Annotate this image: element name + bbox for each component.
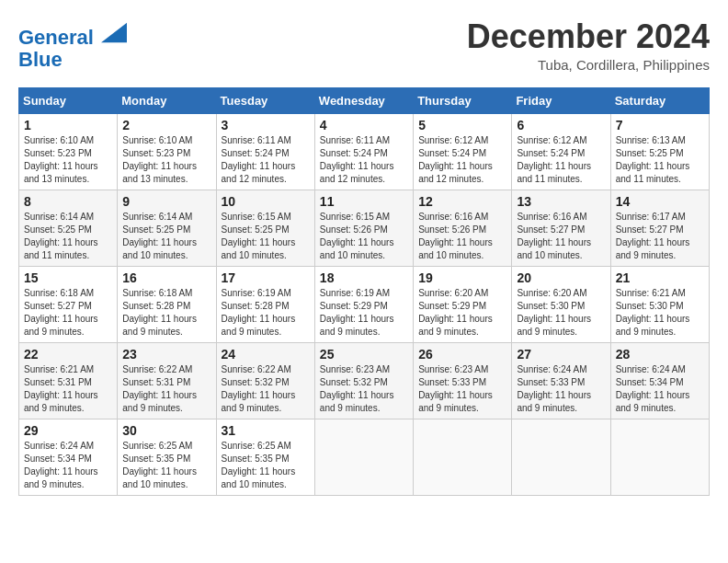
calendar-week-row: 1Sunrise: 6:10 AMSunset: 5:23 PMDaylight… (19, 113, 710, 190)
weekday-header-saturday: Saturday (610, 87, 709, 113)
day-info: Sunrise: 6:14 AMSunset: 5:25 PMDaylight:… (24, 211, 112, 262)
day-info: Sunrise: 6:14 AMSunset: 5:25 PMDaylight:… (122, 211, 210, 262)
day-number: 29 (24, 423, 112, 438)
svg-marker-0 (101, 23, 127, 42)
calendar-cell: 2Sunrise: 6:10 AMSunset: 5:23 PMDaylight… (118, 113, 216, 190)
day-info: Sunrise: 6:16 AMSunset: 5:27 PMDaylight:… (517, 211, 605, 262)
logo-text-blue: Blue (18, 48, 63, 71)
calendar-cell: 25Sunrise: 6:23 AMSunset: 5:32 PMDayligh… (314, 342, 413, 419)
month-title: December 2024 (467, 18, 710, 55)
day-info: Sunrise: 6:21 AMSunset: 5:30 PMDaylight:… (616, 287, 704, 339)
day-number: 24 (222, 347, 310, 362)
day-info: Sunrise: 6:10 AMSunset: 5:23 PMDaylight:… (122, 134, 210, 186)
calendar-cell: 8Sunrise: 6:14 AMSunset: 5:25 PMDaylight… (19, 190, 118, 266)
weekday-header-sunday: Sunday (19, 87, 118, 113)
calendar-cell (512, 419, 610, 495)
day-number: 23 (122, 347, 210, 362)
day-number: 10 (222, 194, 310, 209)
logo-text-general: General (18, 26, 94, 49)
day-number: 7 (616, 118, 704, 132)
calendar-cell: 13Sunrise: 6:16 AMSunset: 5:27 PMDayligh… (512, 190, 610, 266)
title-block: December 2024 Tuba, Cordillera, Philippi… (467, 18, 710, 73)
calendar-cell: 7Sunrise: 6:13 AMSunset: 5:25 PMDaylight… (610, 113, 709, 190)
logo: General Blue (18, 18, 127, 71)
day-info: Sunrise: 6:12 AMSunset: 5:24 PMDaylight:… (517, 134, 605, 186)
day-number: 19 (418, 270, 506, 285)
calendar-cell: 20Sunrise: 6:20 AMSunset: 5:30 PMDayligh… (512, 266, 610, 342)
day-number: 13 (517, 194, 605, 209)
day-number: 18 (320, 270, 408, 285)
calendar-week-row: 15Sunrise: 6:18 AMSunset: 5:27 PMDayligh… (19, 266, 710, 342)
day-info: Sunrise: 6:25 AMSunset: 5:35 PMDaylight:… (222, 440, 310, 491)
calendar-cell: 1Sunrise: 6:10 AMSunset: 5:23 PMDaylight… (19, 113, 118, 190)
day-number: 28 (616, 347, 704, 362)
day-number: 30 (122, 423, 210, 438)
page-header: General Blue December 2024 Tuba, Cordill… (18, 18, 710, 73)
day-number: 11 (320, 194, 408, 209)
calendar-cell: 12Sunrise: 6:16 AMSunset: 5:26 PMDayligh… (414, 190, 512, 266)
day-number: 25 (320, 347, 408, 362)
day-info: Sunrise: 6:11 AMSunset: 5:24 PMDaylight:… (222, 134, 310, 186)
calendar-cell: 18Sunrise: 6:19 AMSunset: 5:29 PMDayligh… (314, 266, 413, 342)
day-info: Sunrise: 6:24 AMSunset: 5:34 PMDaylight:… (24, 440, 112, 491)
day-number: 2 (122, 118, 210, 132)
calendar-cell: 22Sunrise: 6:21 AMSunset: 5:31 PMDayligh… (19, 342, 118, 419)
day-number: 20 (517, 270, 605, 285)
calendar-cell: 31Sunrise: 6:25 AMSunset: 5:35 PMDayligh… (216, 419, 314, 495)
calendar-cell: 11Sunrise: 6:15 AMSunset: 5:26 PMDayligh… (314, 190, 413, 266)
calendar-week-row: 22Sunrise: 6:21 AMSunset: 5:31 PMDayligh… (19, 342, 710, 419)
calendar-cell (314, 419, 413, 495)
day-number: 9 (122, 194, 210, 209)
day-info: Sunrise: 6:25 AMSunset: 5:35 PMDaylight:… (122, 440, 210, 491)
day-info: Sunrise: 6:24 AMSunset: 5:34 PMDaylight:… (616, 363, 704, 415)
day-number: 21 (616, 270, 704, 285)
calendar-cell: 15Sunrise: 6:18 AMSunset: 5:27 PMDayligh… (19, 266, 118, 342)
day-info: Sunrise: 6:22 AMSunset: 5:31 PMDaylight:… (122, 363, 210, 415)
day-number: 8 (24, 194, 112, 209)
day-info: Sunrise: 6:19 AMSunset: 5:29 PMDaylight:… (320, 287, 408, 339)
day-info: Sunrise: 6:20 AMSunset: 5:29 PMDaylight:… (418, 287, 506, 339)
day-number: 5 (418, 118, 506, 132)
location: Tuba, Cordillera, Philippines (467, 57, 710, 73)
weekday-header-tuesday: Tuesday (216, 87, 314, 113)
day-info: Sunrise: 6:23 AMSunset: 5:33 PMDaylight:… (418, 363, 506, 415)
calendar-week-row: 29Sunrise: 6:24 AMSunset: 5:34 PMDayligh… (19, 419, 710, 495)
calendar-cell: 27Sunrise: 6:24 AMSunset: 5:33 PMDayligh… (512, 342, 610, 419)
calendar-cell: 16Sunrise: 6:18 AMSunset: 5:28 PMDayligh… (118, 266, 216, 342)
day-number: 1 (24, 118, 112, 132)
weekday-header-monday: Monday (118, 87, 216, 113)
day-info: Sunrise: 6:13 AMSunset: 5:25 PMDaylight:… (616, 134, 704, 186)
calendar-cell: 6Sunrise: 6:12 AMSunset: 5:24 PMDaylight… (512, 113, 610, 190)
day-info: Sunrise: 6:16 AMSunset: 5:26 PMDaylight:… (418, 211, 506, 262)
day-info: Sunrise: 6:20 AMSunset: 5:30 PMDaylight:… (517, 287, 605, 339)
day-number: 17 (222, 270, 310, 285)
calendar-cell: 14Sunrise: 6:17 AMSunset: 5:27 PMDayligh… (610, 190, 709, 266)
day-info: Sunrise: 6:22 AMSunset: 5:32 PMDaylight:… (222, 363, 310, 415)
calendar-cell: 23Sunrise: 6:22 AMSunset: 5:31 PMDayligh… (118, 342, 216, 419)
weekday-header-thursday: Thursday (414, 87, 512, 113)
day-info: Sunrise: 6:18 AMSunset: 5:28 PMDaylight:… (122, 287, 210, 339)
calendar-cell: 30Sunrise: 6:25 AMSunset: 5:35 PMDayligh… (118, 419, 216, 495)
calendar-cell: 21Sunrise: 6:21 AMSunset: 5:30 PMDayligh… (610, 266, 709, 342)
day-info: Sunrise: 6:19 AMSunset: 5:28 PMDaylight:… (222, 287, 310, 339)
weekday-header-row: SundayMondayTuesdayWednesdayThursdayFrid… (19, 87, 710, 113)
day-number: 4 (320, 118, 408, 132)
day-number: 14 (616, 194, 704, 209)
day-info: Sunrise: 6:18 AMSunset: 5:27 PMDaylight:… (24, 287, 112, 339)
day-info: Sunrise: 6:15 AMSunset: 5:26 PMDaylight:… (320, 211, 408, 262)
day-number: 26 (418, 347, 506, 362)
calendar-week-row: 8Sunrise: 6:14 AMSunset: 5:25 PMDaylight… (19, 190, 710, 266)
calendar-cell (414, 419, 512, 495)
calendar-cell: 9Sunrise: 6:14 AMSunset: 5:25 PMDaylight… (118, 190, 216, 266)
calendar-cell (610, 419, 709, 495)
calendar-cell: 26Sunrise: 6:23 AMSunset: 5:33 PMDayligh… (414, 342, 512, 419)
day-info: Sunrise: 6:11 AMSunset: 5:24 PMDaylight:… (320, 134, 408, 186)
calendar-cell: 28Sunrise: 6:24 AMSunset: 5:34 PMDayligh… (610, 342, 709, 419)
day-number: 31 (222, 423, 310, 438)
day-info: Sunrise: 6:17 AMSunset: 5:27 PMDaylight:… (616, 211, 704, 262)
calendar-cell: 24Sunrise: 6:22 AMSunset: 5:32 PMDayligh… (216, 342, 314, 419)
day-info: Sunrise: 6:10 AMSunset: 5:23 PMDaylight:… (24, 134, 112, 186)
calendar-cell: 17Sunrise: 6:19 AMSunset: 5:28 PMDayligh… (216, 266, 314, 342)
weekday-header-wednesday: Wednesday (314, 87, 413, 113)
day-info: Sunrise: 6:21 AMSunset: 5:31 PMDaylight:… (24, 363, 112, 415)
